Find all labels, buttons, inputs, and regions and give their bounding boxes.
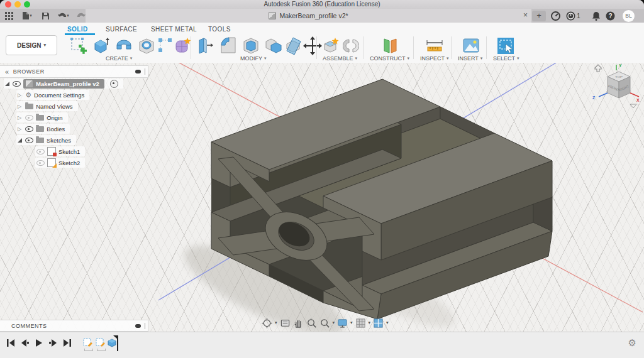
- collapse-panel-icon[interactable]: «: [5, 68, 9, 75]
- create-sketch-button[interactable]: [69, 36, 88, 55]
- display-settings-icon[interactable]: [337, 318, 348, 328]
- browser-item-document-settings[interactable]: ▷ ⚙ Document Settings: [0, 89, 148, 100]
- pattern-button[interactable]: [157, 36, 172, 55]
- insert-canvas-button[interactable]: [462, 36, 480, 55]
- measure-button[interactable]: [425, 36, 444, 55]
- orbit-icon[interactable]: [262, 318, 272, 328]
- save-button[interactable]: [39, 10, 52, 21]
- eye-off-icon[interactable]: [36, 160, 45, 166]
- panel-resize-grip[interactable]: [145, 323, 145, 329]
- panel-options-icon[interactable]: [135, 70, 141, 73]
- revolve-icon: [114, 36, 133, 55]
- extensions-button[interactable]: [551, 11, 560, 21]
- grid-settings-icon[interactable]: [355, 318, 366, 328]
- bell-icon: [592, 11, 601, 21]
- browser-item-sketch2[interactable]: Sketch2: [0, 157, 148, 168]
- caret-down-icon[interactable]: ▾: [275, 320, 277, 325]
- timeline-sketch2-feature[interactable]: [96, 338, 105, 347]
- design-workspace-menu[interactable]: DESIGN ▾: [6, 35, 57, 55]
- extrude-button[interactable]: [92, 36, 111, 55]
- pan-hand-icon[interactable]: [293, 318, 304, 328]
- timeline-go-to-start-button[interactable]: [6, 339, 15, 347]
- browser-item-sketch1[interactable]: Sketch1: [0, 146, 148, 157]
- hole-button[interactable]: [137, 36, 156, 55]
- zoom-icon[interactable]: [306, 318, 317, 328]
- timeline-bar: ⚙: [0, 332, 644, 358]
- fillet-button[interactable]: [219, 36, 238, 55]
- create-group-label[interactable]: CREATE▾: [106, 55, 132, 62]
- timeline-playhead[interactable]: [117, 336, 118, 351]
- viewports-icon[interactable]: [373, 318, 384, 328]
- browser-item-root-component[interactable]: MakerBeam_profile v2: [0, 78, 148, 89]
- construct-plane-button[interactable]: [380, 36, 399, 55]
- construct-group-label[interactable]: CONSTRUCT▾: [370, 55, 409, 62]
- expand-closed-icon[interactable]: ▷: [18, 126, 21, 132]
- eye-icon[interactable]: [25, 126, 33, 132]
- select-button[interactable]: [496, 36, 515, 55]
- activate-component-radio[interactable]: [110, 80, 118, 88]
- timeline-play-button[interactable]: [35, 339, 43, 347]
- new-tab-button[interactable]: +: [532, 11, 546, 21]
- selected-item-pill[interactable]: MakerBeam_profile v2: [23, 79, 104, 89]
- viewcube[interactable]: TOP FRONT RIGHT Y Z X: [589, 63, 641, 116]
- eye-icon[interactable]: [13, 81, 21, 87]
- press-pull-button[interactable]: [196, 36, 215, 55]
- insert-group-label[interactable]: INSERT▾: [458, 55, 482, 62]
- fit-zoom-icon[interactable]: [319, 318, 330, 328]
- tab-solid[interactable]: SOLID: [67, 26, 88, 33]
- new-component-button[interactable]: [322, 36, 341, 55]
- move-copy-button[interactable]: [303, 36, 322, 55]
- browser-item-bodies[interactable]: ▷ Bodies: [0, 123, 148, 134]
- timeline-sketch1-feature[interactable]: [83, 338, 92, 347]
- browser-item-origin[interactable]: ▷ Origin: [0, 112, 148, 123]
- tab-surface[interactable]: SURFACE: [106, 26, 137, 33]
- expand-open-icon[interactable]: [18, 138, 22, 143]
- caret-down-icon[interactable]: ▾: [369, 320, 371, 325]
- timeline-step-back-button[interactable]: [20, 339, 29, 347]
- select-group-label[interactable]: SELECT▾: [493, 55, 519, 62]
- tab-sheet-metal[interactable]: SHEET METAL: [151, 26, 197, 33]
- modify-group-label[interactable]: MODIFY▾: [240, 55, 267, 62]
- eye-icon[interactable]: [25, 138, 33, 143]
- combine-button[interactable]: [264, 36, 283, 55]
- viewcube-menu-arrow[interactable]: [630, 104, 636, 108]
- caret-down-icon[interactable]: ▾: [333, 320, 335, 325]
- expand-closed-icon[interactable]: ▷: [18, 104, 21, 109]
- caret-down-icon[interactable]: ▾: [386, 320, 389, 325]
- avatar[interactable]: BL: [623, 10, 635, 22]
- expand-closed-icon[interactable]: ▷: [18, 92, 21, 98]
- timeline-step-forward-button[interactable]: [49, 339, 58, 347]
- assemble-group-label[interactable]: ASSEMBLE▾: [323, 55, 357, 62]
- expand-open-icon[interactable]: [5, 82, 9, 86]
- joint-button[interactable]: [343, 36, 358, 55]
- timeline-settings-gear-icon[interactable]: ⚙: [628, 337, 636, 349]
- browser-header[interactable]: « BROWSER: [0, 65, 148, 78]
- timeline-go-to-end-button[interactable]: [63, 339, 72, 347]
- browser-item-sketches[interactable]: Sketches: [0, 134, 148, 146]
- browser-item-named-views[interactable]: ▷ Named Views: [0, 100, 148, 112]
- split-body-button[interactable]: [284, 36, 303, 55]
- panel-options-icon[interactable]: [135, 324, 141, 328]
- data-panel-button[interactable]: [3, 10, 15, 21]
- press-pull-icon: [196, 36, 215, 55]
- close-tab-icon[interactable]: ×: [523, 11, 528, 19]
- job-status-button[interactable]: 1: [566, 11, 580, 21]
- eye-off-icon[interactable]: [25, 115, 33, 121]
- eye-off-icon[interactable]: [36, 149, 45, 155]
- revolve-button[interactable]: [114, 36, 133, 55]
- home-icon[interactable]: [595, 65, 601, 72]
- create-form-button[interactable]: [174, 36, 192, 55]
- document-tab[interactable]: MakerBeam_profile v2* ×: [86, 9, 531, 23]
- comments-panel[interactable]: COMMENTS: [0, 320, 148, 332]
- help-button[interactable]: ?: [606, 11, 615, 21]
- look-at-icon[interactable]: [280, 318, 291, 328]
- panel-resize-grip[interactable]: [145, 68, 145, 75]
- undo-button[interactable]: ▾: [55, 10, 72, 21]
- caret-down-icon[interactable]: ▾: [350, 320, 353, 325]
- inspect-group-label[interactable]: INSPECT▾: [420, 55, 449, 62]
- file-menu-button[interactable]: ▾: [19, 10, 35, 21]
- notifications-button[interactable]: [592, 11, 601, 21]
- expand-closed-icon[interactable]: ▷: [18, 115, 21, 121]
- tab-tools[interactable]: TOOLS: [208, 26, 231, 33]
- shell-button[interactable]: [242, 36, 260, 55]
